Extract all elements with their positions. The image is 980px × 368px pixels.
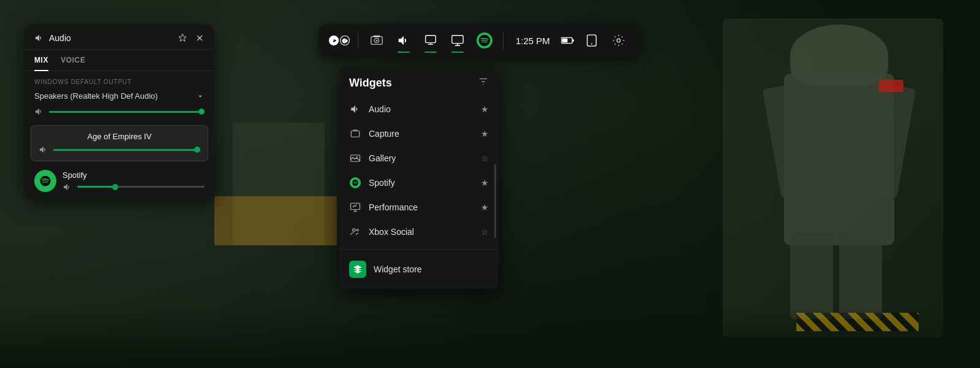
gallery-widget-icon [349,152,361,164]
pin-icon[interactable] [178,33,187,43]
top-navigation-bar: 1:25 PM [318,25,639,56]
spotify-volume-slider[interactable] [77,186,205,188]
performance-widget-star[interactable]: ★ [481,202,489,212]
widgets-panel-title: Widgets [349,77,392,90]
svg-rect-9 [572,39,574,42]
widgets-panel-header: Widgets [339,66,499,97]
svg-rect-6 [426,36,436,43]
widget-item-audio[interactable]: Audio ★ [339,97,499,121]
xbox-social-widget-label: Xbox Social [369,227,414,237]
spotify-volume-fill [77,186,115,188]
audio-widget-star[interactable]: ★ [481,104,489,114]
app-volume-row [39,145,200,155]
controller-icon [581,29,603,52]
xbox-logo-button[interactable] [328,29,350,52]
svg-rect-3 [374,36,380,37]
close-icon[interactable] [195,33,205,43]
app-volume-thumb [194,147,200,153]
spotify-nav-button[interactable] [473,29,496,52]
svg-point-21 [356,156,358,158]
widget-item-capture[interactable]: Capture ★ [339,121,499,146]
audio-device-name: Speakers (Realtek High Def Audio) [34,91,158,101]
app-volume-icon [39,145,48,155]
audio-panel-title-row: Audio [34,33,71,43]
audio-panel-icon [34,33,44,43]
audio-section-label: WINDOWS DEFAULT OUTPUT [24,71,214,89]
svg-point-13 [617,39,620,42]
audio-panel-actions [178,33,205,43]
master-volume-slider[interactable] [49,111,205,113]
widgets-panel: Widgets Audio ★ [339,66,499,289]
spotify-widget-icon [349,177,361,189]
spotify-volume-row [62,180,205,192]
widget-item-gallery[interactable]: Gallery ☆ [339,146,499,171]
display-active-indicator [451,52,464,53]
svg-rect-19 [351,131,360,137]
audio-nav-button[interactable] [393,29,415,52]
display-nav-button[interactable] [447,29,469,52]
audio-panel-header: Audio [24,25,214,50]
svg-rect-10 [562,39,567,42]
widgets-filter-button[interactable] [478,76,489,90]
current-time: 1:25 PM [516,36,550,46]
audio-device-row: Speakers (Realtek High Def Audio) [24,89,214,105]
capture-nav-button[interactable] [366,29,388,52]
widget-store-label: Widget store [374,264,422,274]
widget-store-item[interactable]: Widget store [339,255,499,284]
app-volume-slider[interactable] [53,149,200,151]
settings-nav-button[interactable] [608,29,630,52]
chevron-down-icon[interactable] [196,92,205,101]
age-of-empires-audio-row: Age of Empires IV [31,125,208,161]
audio-panel: Audio MIX VOICE WINDOWS DEFAULT OUTPUT S… [24,25,214,198]
spotify-widget-star[interactable]: ★ [481,178,489,188]
spotify-icon [34,170,56,192]
gallery-widget-label: Gallery [369,153,396,163]
widget-item-spotify[interactable]: Spotify ★ [339,171,499,195]
achievement-nav-button[interactable] [420,29,442,52]
nav-divider-2 [503,32,503,49]
master-volume-fill [49,111,205,113]
master-volume-row [24,105,214,123]
app-name-label: Age of Empires IV [39,132,200,141]
tab-mix[interactable]: MIX [34,50,48,71]
xbox-social-widget-star[interactable]: ☆ [481,227,489,237]
master-volume-thumb [198,109,205,115]
battery-icon [560,29,576,52]
xbox-social-widget-icon [349,226,361,238]
widget-store-icon [349,261,366,278]
widget-item-xbox-social[interactable]: Xbox Social ☆ [339,220,499,244]
performance-widget-icon [349,201,361,213]
capture-widget-icon [349,128,361,140]
audio-widget-label: Audio [369,104,391,114]
tab-voice[interactable]: VOICE [61,50,85,71]
spotify-widget-label: Spotify [369,178,395,188]
capture-widget-star[interactable]: ★ [481,129,489,139]
audio-active-indicator [398,52,410,53]
scroll-indicator [494,164,496,238]
gallery-widget-star[interactable]: ☆ [481,153,489,163]
svg-rect-7 [452,36,463,44]
spotify-volume-icon [62,182,72,192]
audio-tabs: MIX VOICE [24,50,214,71]
audio-widget-icon [349,103,361,115]
performance-widget-label: Performance [369,202,418,212]
nav-divider-1 [358,32,358,49]
svg-point-23 [353,229,356,232]
svg-point-5 [376,40,378,42]
spotify-volume-thumb [112,184,118,190]
master-volume-icon [34,107,44,117]
app-volume-fill [53,149,200,151]
audio-panel-title: Audio [49,33,71,43]
capture-widget-label: Capture [369,129,399,139]
spotify-label: Spotify [62,171,205,180]
spotify-audio-row: Spotify [24,164,214,198]
svg-point-24 [356,229,358,231]
widgets-divider [339,249,499,250]
widget-item-performance[interactable]: Performance ★ [339,195,499,220]
achievement-active-indicator [424,52,437,53]
